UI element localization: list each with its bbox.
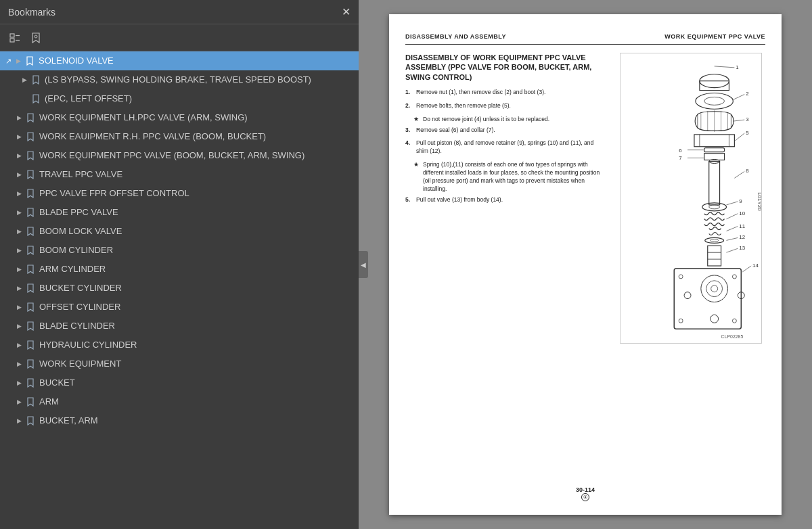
step-num: 5. bbox=[405, 196, 413, 204]
step-5: 5. Pull out valve (13) from body (14). bbox=[405, 196, 606, 204]
bookmark-label: (LS BYPASS, SWING HOLDING BRAKE, TRAVEL … bbox=[45, 74, 353, 86]
bookmark-label: PPC VALVE FPR OFFSET CONTROL bbox=[39, 188, 353, 200]
bookmark-icon bbox=[26, 359, 35, 369]
svg-text:6: 6 bbox=[679, 147, 682, 154]
expand-arrow[interactable]: ▶ bbox=[14, 302, 24, 313]
bookmark-item-11[interactable]: ▶ BOOM CYLINDER bbox=[0, 241, 359, 260]
bookmark-item-16[interactable]: ▶ HYDRAULIC CYLINDER bbox=[0, 336, 359, 354]
bookmark-label: BUCKET CYLINDER bbox=[39, 283, 353, 294]
expand-arrow[interactable]: ▶ bbox=[14, 264, 24, 275]
expand-arrow[interactable]: ▶ bbox=[14, 359, 24, 369]
doc-header: DISASSEMBLY AND ASSEMBLY WORK EQUIPMENT … bbox=[405, 33, 765, 45]
collapse-all-button[interactable] bbox=[5, 30, 24, 45]
bookmark-item-19[interactable]: ▶ ARM bbox=[0, 392, 359, 411]
bookmark-icon bbox=[26, 283, 35, 294]
step-text: Pull out valve (13) from body (14). bbox=[416, 196, 606, 204]
svg-text:14: 14 bbox=[752, 262, 759, 269]
bookmark-item-9[interactable]: ▶ BLADE PPC VALVE bbox=[0, 203, 359, 222]
bookmark-item-6[interactable]: ▶ WORK EQUIPMENT PPC VALVE (BOOM, BUCKET… bbox=[0, 146, 359, 165]
svg-text:5: 5 bbox=[746, 130, 749, 136]
bookmark-item-2[interactable]: ▶ (LS BYPASS, SWING HOLDING BRAKE, TRAVE… bbox=[0, 70, 359, 89]
bookmark-view-icon bbox=[31, 32, 41, 43]
bookmark-item-7[interactable]: ▶ TRAVEL PPC VALVE bbox=[0, 165, 359, 184]
bookmark-item-13[interactable]: ▶ BUCKET CYLINDER bbox=[0, 279, 359, 298]
bookmark-icon bbox=[26, 169, 35, 180]
step-num: 2. bbox=[405, 102, 413, 110]
expand-arrow[interactable]: ▶ bbox=[14, 321, 24, 331]
expand-arrow[interactable]: ▶ bbox=[13, 55, 24, 66]
expand-arrow[interactable]: ▶ bbox=[14, 131, 24, 142]
step-num: 3. bbox=[405, 127, 413, 135]
bookmark-label: BUCKET, ARM bbox=[39, 415, 353, 427]
expand-arrow[interactable]: ▶ bbox=[14, 340, 24, 350]
svg-text:10: 10 bbox=[739, 210, 745, 216]
bookmark-item-10[interactable]: ▶ BOOM LOCK VALVE bbox=[0, 222, 359, 241]
bookmark-item-8[interactable]: ▶ PPC VALVE FPR OFFSET CONTROL bbox=[0, 184, 359, 203]
bookmark-icon bbox=[26, 131, 35, 142]
step-text: Pull out piston (8), and remove retainer… bbox=[416, 139, 606, 156]
bookmark-item-17[interactable]: ▶ WORK EQUIPMENT bbox=[0, 354, 359, 373]
expand-arrow[interactable]: ▶ bbox=[14, 188, 24, 199]
bookmark-item-20[interactable]: ▶ BUCKET, ARM bbox=[0, 411, 359, 430]
bookmark-list: ↗▶ SOLENOID VALVE▶ (LS BYPASS, SWING HOL… bbox=[0, 51, 359, 529]
svg-text:3: 3 bbox=[746, 116, 749, 122]
ppc-valve-diagram: L01Y20 1 2 bbox=[621, 53, 761, 343]
bookmark-label: BLADE PPC VALVE bbox=[39, 207, 353, 218]
bookmark-icon bbox=[31, 93, 41, 104]
doc-body: DISASSEMBLY OF WORK EQUIPMENT PPC VALVE … bbox=[405, 53, 765, 481]
bookmark-icon bbox=[26, 302, 35, 313]
bookmark-item-5[interactable]: ▶ WORK EAUIPMENT R.H. PPC VALVE (BOOM, B… bbox=[0, 127, 359, 146]
bookmark-icon bbox=[26, 245, 35, 256]
bookmark-item-4[interactable]: ▶ WORK EQUIPMENT LH.PPC VALVE (ARM, SWIN… bbox=[0, 108, 359, 127]
bookmark-icon bbox=[31, 74, 41, 85]
close-button[interactable]: ✕ bbox=[342, 7, 351, 18]
expand-arrow[interactable]: ▶ bbox=[14, 112, 24, 123]
step-2: 2. Remove bolts, then remove plate (5). bbox=[405, 102, 606, 110]
toolbar bbox=[0, 24, 359, 51]
note-star: ★ bbox=[413, 116, 420, 124]
bookmark-item-12[interactable]: ▶ ARM CYLINDER bbox=[0, 260, 359, 279]
expand-arrow[interactable]: ▶ bbox=[14, 283, 24, 294]
expand-arrow[interactable]: ▶ bbox=[14, 169, 24, 180]
bookmark-item-1[interactable]: ↗▶ SOLENOID VALVE bbox=[0, 51, 359, 70]
svg-text:CLP02285: CLP02285 bbox=[721, 334, 744, 339]
svg-text:13: 13 bbox=[739, 245, 745, 251]
expand-arrow[interactable]: ▶ bbox=[14, 396, 24, 407]
expand-arrow[interactable]: ▶ bbox=[14, 377, 24, 388]
bookmark-icon bbox=[26, 321, 35, 331]
doc-text-column: DISASSEMBLY OF WORK EQUIPMENT PPC VALVE … bbox=[405, 53, 606, 481]
step-3: 3. Remove seal (6) and collar (7). bbox=[405, 127, 606, 135]
bookmark-label: ARM CYLINDER bbox=[39, 264, 353, 275]
collapse-icon bbox=[9, 33, 20, 43]
bookmark-icon bbox=[26, 396, 35, 407]
note-star: ★ bbox=[413, 161, 420, 193]
bookmark-label: HYDRAULIC CYLINDER bbox=[39, 340, 353, 351]
expand-arrow[interactable]: ▶ bbox=[14, 150, 24, 161]
bookmark-label: TRAVEL PPC VALVE bbox=[39, 169, 353, 181]
expand-arrow[interactable]: ▶ bbox=[14, 415, 24, 426]
doc-title: DISASSEMBLY OF WORK EQUIPMENT PPC VALVE … bbox=[405, 53, 606, 82]
collapse-handle[interactable]: ◀ bbox=[359, 251, 368, 278]
bookmark-label: OFFSET CYLINDER bbox=[39, 302, 353, 313]
document-page: DISASSEMBLY AND ASSEMBLY WORK EQUIPMENT … bbox=[389, 14, 782, 515]
bookmark-icon bbox=[26, 188, 35, 199]
step-text: Remove bolts, then remove plate (5). bbox=[416, 102, 606, 110]
bookmarks-title: Bookmarks bbox=[8, 7, 55, 18]
step-num: 1. bbox=[405, 89, 413, 97]
expand-arrow[interactable]: ▶ bbox=[14, 207, 24, 218]
expand-arrow[interactable]: ▶ bbox=[14, 245, 24, 256]
bookmark-item-14[interactable]: ▶ OFFSET CYLINDER bbox=[0, 298, 359, 317]
bookmark-icon bbox=[26, 264, 35, 275]
bookmark-item-15[interactable]: ▶ BLADE CYLINDER bbox=[0, 317, 359, 336]
expand-arrow[interactable]: ▶ bbox=[14, 226, 24, 237]
page-circle: ① bbox=[581, 493, 589, 501]
diagram: L01Y20 1 2 bbox=[620, 53, 762, 344]
bookmark-item-18[interactable]: ▶ BUCKET bbox=[0, 373, 359, 392]
expand-arrow[interactable]: ▶ bbox=[19, 74, 30, 85]
svg-text:1: 1 bbox=[736, 64, 739, 70]
bookmark-item-3[interactable]: (EPC, LEFT OFFSET) bbox=[0, 89, 359, 108]
bookmark-view-button[interactable] bbox=[27, 30, 45, 46]
document-panel: ◀ DISASSEMBLY AND ASSEMBLY WORK EQUIPMEN… bbox=[359, 0, 812, 529]
step-4: 4. Pull out piston (8), and remove retai… bbox=[405, 139, 606, 156]
bookmark-icon bbox=[26, 207, 35, 218]
